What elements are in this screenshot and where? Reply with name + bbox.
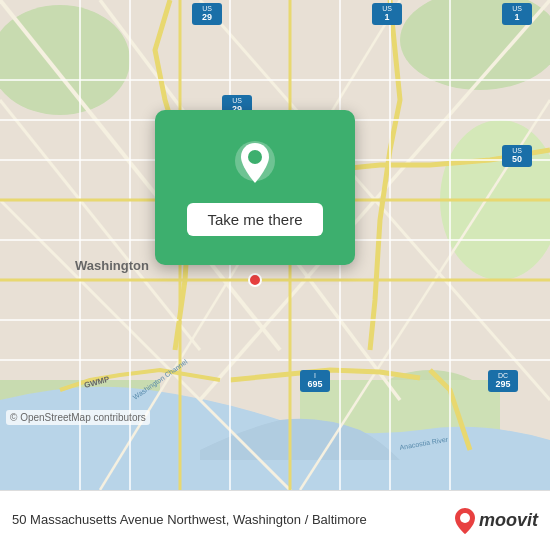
svg-text:DC: DC	[498, 372, 508, 379]
moovit-logo: moovit	[454, 507, 538, 535]
moovit-brand-name: moovit	[479, 510, 538, 531]
bottom-bar: 50 Massachusetts Avenue Northwest, Washi…	[0, 490, 550, 550]
svg-point-66	[248, 150, 262, 164]
moovit-pin-icon	[454, 507, 476, 535]
osm-credit: © OpenStreetMap contributors	[6, 410, 150, 425]
address-text: 50 Massachusetts Avenue Northwest, Washi…	[12, 512, 446, 529]
take-me-there-button[interactable]: Take me there	[187, 203, 322, 236]
svg-point-64	[249, 274, 261, 286]
svg-text:1: 1	[384, 12, 389, 22]
svg-text:695: 695	[307, 379, 322, 389]
svg-text:US: US	[382, 5, 392, 12]
svg-text:Washington: Washington	[75, 258, 149, 273]
svg-text:I: I	[314, 372, 316, 379]
svg-text:US: US	[512, 5, 522, 12]
map-container: US 29 US 29 US 1 US 1 US 50 US 29 I 695 …	[0, 0, 550, 490]
svg-point-67	[460, 513, 470, 523]
svg-text:50: 50	[512, 154, 522, 164]
location-card: Take me there	[155, 110, 355, 265]
svg-text:US: US	[512, 147, 522, 154]
svg-text:295: 295	[495, 379, 510, 389]
svg-text:US: US	[232, 97, 242, 104]
svg-text:US: US	[202, 5, 212, 12]
location-pin-icon	[229, 139, 281, 191]
svg-text:29: 29	[202, 12, 212, 22]
svg-text:1: 1	[514, 12, 519, 22]
